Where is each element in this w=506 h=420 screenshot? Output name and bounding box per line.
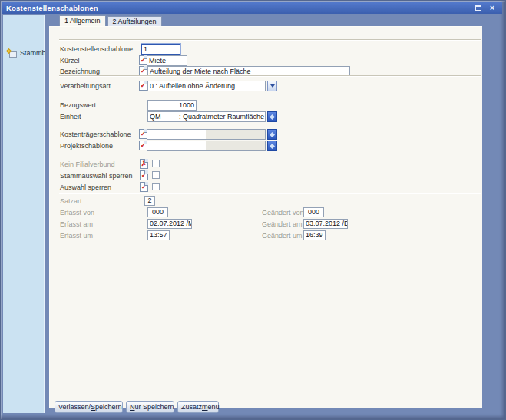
- geaendert-am-field: 03.07.2012 /Di: [303, 219, 348, 229]
- restore-icon[interactable]: [474, 4, 483, 12]
- erfasst-von-field: 000: [147, 207, 168, 217]
- bezugswert-field[interactable]: 1000: [147, 100, 197, 111]
- erfasst-am-field: 02.07.2012 /Mo: [147, 219, 192, 229]
- satzart-label: Satzart: [60, 197, 82, 205]
- tab-strip: 1 Allgemein 2 Aufteilungen: [59, 15, 162, 26]
- stammauswahl-sperren-label: Stammauswahl sperren: [60, 172, 133, 180]
- tab-page-allgemein: Kostenstellenschablone 1 Kürzel ✓ Miete …: [49, 26, 482, 408]
- tab-aufteilungen[interactable]: 2 Aufteilungen: [107, 16, 162, 26]
- verarbeitungsart-required-check-icon: ✓: [139, 81, 147, 91]
- erfasst-um-field: 13:57: [147, 230, 170, 240]
- zusatzmenu-button[interactable]: Zusatzmenü: [177, 401, 219, 413]
- titlebar: Kostenstellenschablonen ×: [2, 2, 502, 14]
- einheit-spinner-icon[interactable]: [267, 111, 277, 122]
- tab-allgemein[interactable]: 1 Allgemein: [59, 15, 106, 26]
- geaendert-von-field: 000: [303, 207, 324, 217]
- client-area: Stammblatt 1 Allgemein 2 Aufteilungen Ko…: [3, 15, 497, 413]
- kein-filialverbund-blocked-x-icon: ✗: [140, 159, 148, 169]
- kostenstellenschablone-field[interactable]: 1: [141, 44, 180, 55]
- projektschablone-label: Projektschablone: [60, 142, 113, 150]
- verarbeitungsart-dropdown-icon[interactable]: [267, 81, 277, 91]
- stammauswahl-sperren-check-icon: ✓: [140, 170, 148, 180]
- close-icon[interactable]: ×: [488, 4, 497, 12]
- einheit-desc: : Quadratmeter Raumfläche: [179, 112, 264, 121]
- projektschablone-spinner-icon[interactable]: [267, 141, 277, 151]
- separator: [59, 39, 481, 41]
- erfasst-von-label: Erfasst von: [60, 209, 94, 217]
- einheit-code: QM: [150, 113, 161, 121]
- erfasst-um-label: Erfasst um: [60, 232, 93, 240]
- geaendert-von-label: Geändert von: [262, 209, 304, 217]
- window-title: Kostenstellenschablonen: [6, 4, 474, 12]
- kuerzel-label: Kürzel: [60, 57, 80, 64]
- geaendert-am-label: Geändert am: [262, 220, 303, 228]
- auswahl-sperren-check-icon: ✓: [140, 182, 148, 192]
- einheit-select[interactable]: QM : Quadratmeter Raumfläche: [147, 111, 266, 122]
- nur-speichern-button[interactable]: Nur Speichern: [126, 401, 174, 413]
- einheit-label: Einheit: [60, 113, 81, 121]
- kein-filialverbund-checkbox[interactable]: [152, 160, 160, 167]
- app-window: Kostenstellenschablonen × Stammblatt 1 A…: [0, 0, 506, 420]
- separator: [59, 75, 481, 77]
- kostenstellenschablone-label: Kostenstellenschablone: [60, 45, 133, 53]
- separator: [59, 193, 481, 194]
- projektschablone-field[interactable]: [147, 141, 266, 151]
- bezeichnung-label: Bezeichnung: [60, 68, 100, 75]
- kostentraegerschablone-label: Kostenträgerschablone: [60, 131, 131, 138]
- geaendert-um-label: Geändert um: [262, 232, 303, 240]
- kein-filialverbund-label: Kein Filialverbund: [60, 160, 115, 168]
- verarbeitungsart-label: Verarbeitungsart: [60, 82, 111, 90]
- stammblatt-icon: [7, 48, 17, 58]
- titlebar-buttons: ×: [474, 4, 497, 12]
- geaendert-um-field: 16:39: [303, 230, 326, 240]
- sidebar: Stammblatt: [3, 15, 45, 413]
- main-panel: 1 Allgemein 2 Aufteilungen Kostenstellen…: [45, 15, 497, 413]
- bezugswert-label: Bezugswert: [60, 101, 96, 109]
- kuerzel-field[interactable]: Miete: [147, 55, 187, 66]
- stammauswahl-sperren-checkbox[interactable]: [152, 171, 160, 179]
- erfasst-am-label: Erfasst am: [60, 220, 93, 228]
- auswahl-sperren-label: Auswahl sperren: [60, 184, 111, 191]
- verlassen-speichern-button[interactable]: Verlassen/Speichern: [55, 401, 123, 413]
- verarbeitungsart-select[interactable]: 0 : Aufteilen ohne Änderung: [147, 81, 266, 91]
- kostentraegerschablone-spinner-icon[interactable]: [267, 129, 277, 140]
- kostentraegerschablone-field[interactable]: [147, 129, 266, 140]
- auswahl-sperren-checkbox[interactable]: [152, 183, 160, 190]
- satzart-field: 2: [144, 196, 155, 206]
